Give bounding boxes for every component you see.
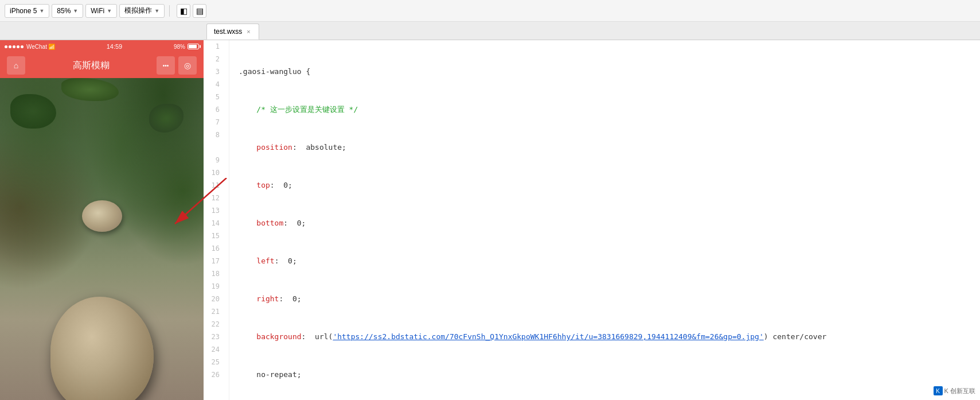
camera-button[interactable]: ◎ [178,56,197,75]
tab-filename: test.wxss [214,28,242,36]
code-lines[interactable]: .gaosi-wangluo { /* 这一步设置是关键设置 */ positi… [229,40,980,400]
page-title: 高斯模糊 [73,60,110,72]
line-num-5: 5 [204,91,224,103]
wifi-icon: 📶 [48,44,55,50]
stone-small [82,200,122,232]
watermark-text: K 创新互联 [944,387,975,395]
code-line-4: top: 0; [239,179,971,192]
top-toolbar: iPhone 5 ▼ 85% ▼ WiFi ▼ 模拟操作 ▼ ◧ ▤ [0,0,980,22]
tab-close-button[interactable]: × [245,28,251,36]
zoom-label: 85% [57,7,71,15]
more-icon: ••• [163,63,169,69]
line-numbers: 1 2 3 4 5 6 7 8 9 9 10 11 12 13 14 15 16… [204,40,229,400]
chevron-down-icon: ▼ [39,8,44,14]
code-line-8-cont: no-repeat; [239,368,971,381]
sidebar-right-icon: ▤ [196,6,204,15]
status-right: 98% [174,44,199,50]
code-line-7: right: 0; [239,293,971,305]
line-num-1: 1 [204,40,224,53]
foliage-1 [10,94,56,129]
wechat-title-bar: ⌂ 高斯模糊 ••• ◎ [0,53,204,78]
code-line-6: left: 0; [239,255,971,267]
signal-dot-1 [5,45,7,48]
phone-image-area [0,78,204,400]
line-num-26: 26 [204,368,224,381]
sidebar-toggle-right[interactable]: ▤ [193,4,206,18]
line-num-19: 19 [204,280,224,293]
code-line-3: position: absolute; [239,141,971,154]
network-label: WiFi [91,7,104,15]
line-num-14: 14 [204,217,224,230]
home-button[interactable]: ⌂ [7,56,25,75]
code-content[interactable]: 1 2 3 4 5 6 7 8 9 9 10 11 12 13 14 15 16… [204,40,980,400]
line-num-18: 18 [204,267,224,280]
line-num-6: 6 [204,103,224,116]
network-dropdown[interactable]: WiFi ▼ [85,4,117,18]
watermark: K K 创新互联 [934,386,975,395]
line-num-17: 17 [204,255,224,267]
camera-icon: ◎ [184,61,191,70]
sidebar-left-icon: ◧ [180,6,188,15]
tab-bar: test.wxss × [0,22,980,40]
code-line-8: background: url('https://ss2.bdstatic.co… [239,331,971,343]
toolbar-separator [169,5,170,17]
code-editor: 1 2 3 4 5 6 7 8 9 9 10 11 12 13 14 15 16… [204,40,980,400]
line-num-3: 3 [204,65,224,78]
line-num-9b: 9 [204,154,224,166]
line-num-12: 12 [204,192,224,204]
wechat-icons-right: ••• ◎ [157,56,197,75]
signal-dot-3 [13,45,15,48]
watermark-icon: K [934,386,943,395]
battery-icon [188,44,199,49]
line-num-8: 8 [204,129,224,141]
chevron-down-icon: ▼ [154,8,159,14]
line-num-15: 15 [204,230,224,242]
wechat-status-bar: WeChat 📶 14:59 98% [0,40,204,53]
home-icon: ⌂ [14,61,18,70]
simulate-label: 模拟操作 [124,6,152,15]
line-num-22: 22 [204,318,224,331]
battery-fill [189,45,197,48]
chevron-down-icon: ▼ [73,8,78,14]
line-num-10: 10 [204,166,224,179]
code-line-2: /* 这一步设置是关键设置 */ [239,103,971,116]
status-time: 14:59 [107,43,123,50]
line-num-20: 20 [204,293,224,305]
line-num-11: 11 [204,179,224,192]
line-num-16: 16 [204,242,224,255]
line-num-21: 21 [204,305,224,318]
device-dropdown[interactable]: iPhone 5 ▼ [5,4,49,18]
simulate-dropdown[interactable]: 模拟操作 ▼ [119,4,165,18]
zoom-dropdown[interactable]: 85% ▼ [52,4,83,18]
code-line-1: .gaosi-wangluo { [239,65,971,78]
line-num-2: 2 [204,53,224,65]
chevron-down-icon: ▼ [107,8,112,14]
signal-dots [5,45,24,48]
carrier-label: WeChat [26,44,47,50]
signal-dot-4 [17,45,19,48]
line-num-25: 25 [204,356,224,368]
tab-test-wxss[interactable]: test.wxss × [206,24,259,40]
phone-panel: WeChat 📶 14:59 98% ⌂ 高斯模糊 ••• [0,40,204,400]
more-button[interactable]: ••• [157,56,175,75]
sidebar-toggle-left[interactable]: ◧ [177,4,190,18]
line-num-24: 24 [204,343,224,356]
code-line-5: bottom: 0; [239,217,971,230]
line-num-7: 7 [204,116,224,129]
signal-dot-2 [9,45,11,48]
battery-percent: 98% [174,44,185,50]
signal-dot-5 [21,45,24,48]
device-label: iPhone 5 [10,7,37,15]
line-num-4: 4 [204,78,224,91]
line-num-13: 13 [204,204,224,217]
status-left: WeChat 📶 [5,44,55,50]
main-content: WeChat 📶 14:59 98% ⌂ 高斯模糊 ••• [0,40,980,400]
